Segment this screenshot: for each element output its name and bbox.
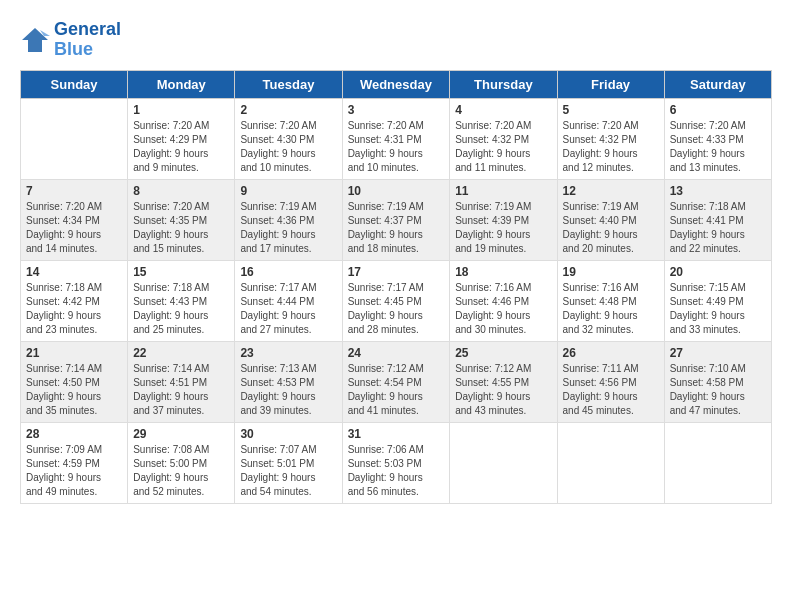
day-info: Sunrise: 7:09 AM Sunset: 4:59 PM Dayligh… bbox=[26, 443, 122, 499]
day-number: 15 bbox=[133, 265, 229, 279]
day-number: 27 bbox=[670, 346, 766, 360]
weekday-header-wednesday: Wednesday bbox=[342, 70, 450, 98]
week-row-4: 21Sunrise: 7:14 AM Sunset: 4:50 PM Dayli… bbox=[21, 341, 772, 422]
day-number: 2 bbox=[240, 103, 336, 117]
weekday-header-thursday: Thursday bbox=[450, 70, 557, 98]
week-row-3: 14Sunrise: 7:18 AM Sunset: 4:42 PM Dayli… bbox=[21, 260, 772, 341]
day-info: Sunrise: 7:19 AM Sunset: 4:40 PM Dayligh… bbox=[563, 200, 659, 256]
calendar-table: SundayMondayTuesdayWednesdayThursdayFrid… bbox=[20, 70, 772, 504]
calendar-cell: 22Sunrise: 7:14 AM Sunset: 4:51 PM Dayli… bbox=[128, 341, 235, 422]
weekday-header-sunday: Sunday bbox=[21, 70, 128, 98]
calendar-cell: 20Sunrise: 7:15 AM Sunset: 4:49 PM Dayli… bbox=[664, 260, 771, 341]
day-number: 11 bbox=[455, 184, 551, 198]
calendar-cell: 6Sunrise: 7:20 AM Sunset: 4:33 PM Daylig… bbox=[664, 98, 771, 179]
day-info: Sunrise: 7:20 AM Sunset: 4:31 PM Dayligh… bbox=[348, 119, 445, 175]
calendar-cell: 26Sunrise: 7:11 AM Sunset: 4:56 PM Dayli… bbox=[557, 341, 664, 422]
calendar-cell: 29Sunrise: 7:08 AM Sunset: 5:00 PM Dayli… bbox=[128, 422, 235, 503]
day-info: Sunrise: 7:20 AM Sunset: 4:33 PM Dayligh… bbox=[670, 119, 766, 175]
calendar-cell: 31Sunrise: 7:06 AM Sunset: 5:03 PM Dayli… bbox=[342, 422, 450, 503]
weekday-header-tuesday: Tuesday bbox=[235, 70, 342, 98]
week-row-2: 7Sunrise: 7:20 AM Sunset: 4:34 PM Daylig… bbox=[21, 179, 772, 260]
day-number: 21 bbox=[26, 346, 122, 360]
day-info: Sunrise: 7:17 AM Sunset: 4:44 PM Dayligh… bbox=[240, 281, 336, 337]
day-info: Sunrise: 7:20 AM Sunset: 4:32 PM Dayligh… bbox=[455, 119, 551, 175]
day-info: Sunrise: 7:07 AM Sunset: 5:01 PM Dayligh… bbox=[240, 443, 336, 499]
calendar-cell bbox=[21, 98, 128, 179]
day-info: Sunrise: 7:20 AM Sunset: 4:35 PM Dayligh… bbox=[133, 200, 229, 256]
day-number: 20 bbox=[670, 265, 766, 279]
day-info: Sunrise: 7:18 AM Sunset: 4:41 PM Dayligh… bbox=[670, 200, 766, 256]
calendar-cell: 23Sunrise: 7:13 AM Sunset: 4:53 PM Dayli… bbox=[235, 341, 342, 422]
calendar-cell: 12Sunrise: 7:19 AM Sunset: 4:40 PM Dayli… bbox=[557, 179, 664, 260]
svg-marker-0 bbox=[22, 28, 48, 52]
day-info: Sunrise: 7:19 AM Sunset: 4:37 PM Dayligh… bbox=[348, 200, 445, 256]
day-number: 1 bbox=[133, 103, 229, 117]
day-info: Sunrise: 7:15 AM Sunset: 4:49 PM Dayligh… bbox=[670, 281, 766, 337]
calendar-cell: 24Sunrise: 7:12 AM Sunset: 4:54 PM Dayli… bbox=[342, 341, 450, 422]
weekday-header-saturday: Saturday bbox=[664, 70, 771, 98]
day-number: 9 bbox=[240, 184, 336, 198]
calendar-cell: 25Sunrise: 7:12 AM Sunset: 4:55 PM Dayli… bbox=[450, 341, 557, 422]
calendar-cell: 3Sunrise: 7:20 AM Sunset: 4:31 PM Daylig… bbox=[342, 98, 450, 179]
logo-text: General Blue bbox=[54, 20, 121, 60]
day-number: 22 bbox=[133, 346, 229, 360]
weekday-header-monday: Monday bbox=[128, 70, 235, 98]
calendar-cell: 10Sunrise: 7:19 AM Sunset: 4:37 PM Dayli… bbox=[342, 179, 450, 260]
day-info: Sunrise: 7:20 AM Sunset: 4:34 PM Dayligh… bbox=[26, 200, 122, 256]
weekday-header-row: SundayMondayTuesdayWednesdayThursdayFrid… bbox=[21, 70, 772, 98]
day-number: 16 bbox=[240, 265, 336, 279]
day-number: 8 bbox=[133, 184, 229, 198]
day-info: Sunrise: 7:12 AM Sunset: 4:55 PM Dayligh… bbox=[455, 362, 551, 418]
calendar-cell: 5Sunrise: 7:20 AM Sunset: 4:32 PM Daylig… bbox=[557, 98, 664, 179]
day-info: Sunrise: 7:20 AM Sunset: 4:30 PM Dayligh… bbox=[240, 119, 336, 175]
header: General Blue bbox=[20, 20, 772, 60]
calendar-cell: 8Sunrise: 7:20 AM Sunset: 4:35 PM Daylig… bbox=[128, 179, 235, 260]
calendar-cell: 11Sunrise: 7:19 AM Sunset: 4:39 PM Dayli… bbox=[450, 179, 557, 260]
day-info: Sunrise: 7:20 AM Sunset: 4:29 PM Dayligh… bbox=[133, 119, 229, 175]
calendar-cell: 2Sunrise: 7:20 AM Sunset: 4:30 PM Daylig… bbox=[235, 98, 342, 179]
day-info: Sunrise: 7:20 AM Sunset: 4:32 PM Dayligh… bbox=[563, 119, 659, 175]
day-number: 30 bbox=[240, 427, 336, 441]
day-number: 13 bbox=[670, 184, 766, 198]
calendar-cell bbox=[557, 422, 664, 503]
calendar-cell: 30Sunrise: 7:07 AM Sunset: 5:01 PM Dayli… bbox=[235, 422, 342, 503]
calendar-cell: 17Sunrise: 7:17 AM Sunset: 4:45 PM Dayli… bbox=[342, 260, 450, 341]
calendar-cell: 1Sunrise: 7:20 AM Sunset: 4:29 PM Daylig… bbox=[128, 98, 235, 179]
calendar-cell bbox=[450, 422, 557, 503]
calendar-cell: 14Sunrise: 7:18 AM Sunset: 4:42 PM Dayli… bbox=[21, 260, 128, 341]
calendar-cell: 13Sunrise: 7:18 AM Sunset: 4:41 PM Dayli… bbox=[664, 179, 771, 260]
logo: General Blue bbox=[20, 20, 121, 60]
day-info: Sunrise: 7:18 AM Sunset: 4:43 PM Dayligh… bbox=[133, 281, 229, 337]
day-number: 18 bbox=[455, 265, 551, 279]
day-number: 28 bbox=[26, 427, 122, 441]
day-number: 24 bbox=[348, 346, 445, 360]
calendar-cell: 28Sunrise: 7:09 AM Sunset: 4:59 PM Dayli… bbox=[21, 422, 128, 503]
day-number: 26 bbox=[563, 346, 659, 360]
week-row-5: 28Sunrise: 7:09 AM Sunset: 4:59 PM Dayli… bbox=[21, 422, 772, 503]
calendar-cell: 18Sunrise: 7:16 AM Sunset: 4:46 PM Dayli… bbox=[450, 260, 557, 341]
day-info: Sunrise: 7:11 AM Sunset: 4:56 PM Dayligh… bbox=[563, 362, 659, 418]
day-info: Sunrise: 7:16 AM Sunset: 4:48 PM Dayligh… bbox=[563, 281, 659, 337]
week-row-1: 1Sunrise: 7:20 AM Sunset: 4:29 PM Daylig… bbox=[21, 98, 772, 179]
day-info: Sunrise: 7:18 AM Sunset: 4:42 PM Dayligh… bbox=[26, 281, 122, 337]
day-info: Sunrise: 7:06 AM Sunset: 5:03 PM Dayligh… bbox=[348, 443, 445, 499]
day-number: 6 bbox=[670, 103, 766, 117]
calendar-cell: 9Sunrise: 7:19 AM Sunset: 4:36 PM Daylig… bbox=[235, 179, 342, 260]
day-number: 31 bbox=[348, 427, 445, 441]
day-info: Sunrise: 7:19 AM Sunset: 4:36 PM Dayligh… bbox=[240, 200, 336, 256]
day-number: 19 bbox=[563, 265, 659, 279]
calendar-cell: 15Sunrise: 7:18 AM Sunset: 4:43 PM Dayli… bbox=[128, 260, 235, 341]
day-info: Sunrise: 7:17 AM Sunset: 4:45 PM Dayligh… bbox=[348, 281, 445, 337]
calendar-cell bbox=[664, 422, 771, 503]
day-number: 12 bbox=[563, 184, 659, 198]
day-info: Sunrise: 7:13 AM Sunset: 4:53 PM Dayligh… bbox=[240, 362, 336, 418]
day-info: Sunrise: 7:19 AM Sunset: 4:39 PM Dayligh… bbox=[455, 200, 551, 256]
day-number: 3 bbox=[348, 103, 445, 117]
weekday-header-friday: Friday bbox=[557, 70, 664, 98]
day-info: Sunrise: 7:14 AM Sunset: 4:51 PM Dayligh… bbox=[133, 362, 229, 418]
calendar-cell: 19Sunrise: 7:16 AM Sunset: 4:48 PM Dayli… bbox=[557, 260, 664, 341]
day-number: 17 bbox=[348, 265, 445, 279]
calendar-cell: 27Sunrise: 7:10 AM Sunset: 4:58 PM Dayli… bbox=[664, 341, 771, 422]
day-number: 7 bbox=[26, 184, 122, 198]
logo-bird-icon bbox=[20, 26, 50, 54]
